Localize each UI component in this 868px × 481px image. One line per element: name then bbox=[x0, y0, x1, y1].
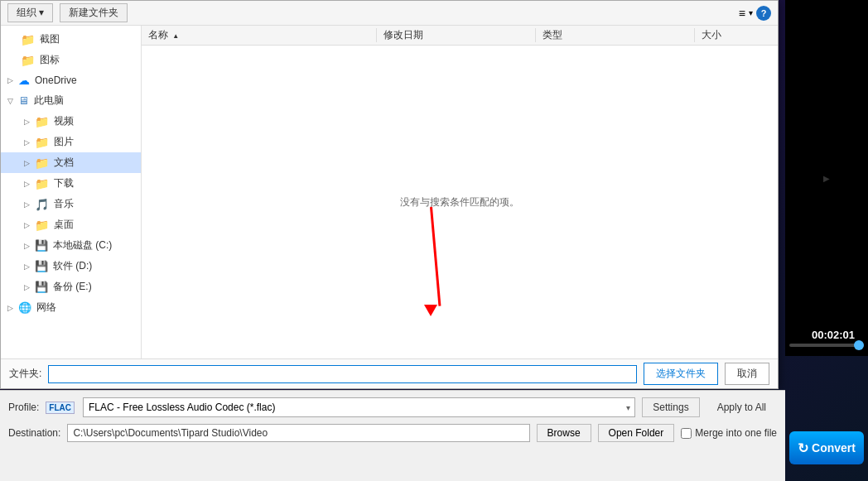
col-header-date[interactable]: 修改日期 bbox=[377, 28, 536, 42]
sidebar-item-documents[interactable]: ▷ 📁 文档 bbox=[1, 152, 141, 173]
select-folder-button[interactable]: 选择文件夹 bbox=[644, 363, 718, 385]
expand-chevron: ▷ bbox=[24, 283, 30, 291]
folder-icon: 🎵 bbox=[35, 198, 49, 211]
convert-icon: ↻ bbox=[798, 440, 808, 456]
sidebar-item-icons[interactable]: 📁 图标 bbox=[1, 50, 141, 70]
folder-icon: 📁 bbox=[35, 115, 49, 128]
dialog-main: 📁 截图 📁 图标 ▷ ☁ OneDrive ▽ 🖥 此电脑 ▷ bbox=[1, 26, 778, 358]
sidebar-item-label: 桌面 bbox=[54, 218, 74, 232]
profile-row: Profile: FLAC FLAC - Free Lossless Audio… bbox=[0, 391, 785, 421]
sidebar-item-label: 图标 bbox=[40, 53, 60, 67]
expand-chevron: ▽ bbox=[7, 97, 13, 105]
sidebar-item-label: 图片 bbox=[54, 135, 74, 149]
dialog-content: 名称 ▲ 修改日期 类型 大小 没有与搜索条件匹配的项。 bbox=[142, 26, 778, 358]
sidebar-item-label: 软件 (D:) bbox=[53, 259, 92, 273]
open-folder-button[interactable]: Open Folder bbox=[598, 424, 675, 442]
folder-icon: 📁 bbox=[35, 177, 49, 190]
apply-all-button[interactable]: Apply to All bbox=[706, 397, 777, 417]
help-icon[interactable]: ? bbox=[756, 6, 771, 21]
cloud-icon: ☁ bbox=[18, 74, 30, 87]
destination-path-input[interactable] bbox=[67, 424, 529, 442]
sidebar-item-pictures[interactable]: ▷ 📁 图片 bbox=[1, 132, 141, 152]
col-header-type[interactable]: 类型 bbox=[536, 28, 695, 42]
expand-chevron: ▷ bbox=[24, 180, 30, 188]
cancel-button[interactable]: 取消 bbox=[725, 363, 769, 385]
filename-label: 文件夹: bbox=[9, 367, 41, 381]
sidebar-item-label: 文档 bbox=[54, 156, 74, 170]
expand-chevron: ▷ bbox=[24, 242, 30, 250]
merge-checkbox[interactable] bbox=[681, 428, 692, 439]
profile-label: Profile: bbox=[8, 402, 39, 413]
sidebar-item-network[interactable]: ▷ 🌐 网络 bbox=[1, 297, 141, 318]
sidebar-item-label: 截图 bbox=[40, 32, 60, 46]
folder-icon: 📁 bbox=[21, 54, 35, 67]
new-folder-button[interactable]: 新建文件夹 bbox=[60, 3, 128, 22]
settings-button[interactable]: Settings bbox=[642, 397, 699, 417]
merge-check-wrapper: Merge into one file bbox=[681, 427, 777, 439]
drive-icon: 💾 bbox=[35, 260, 48, 272]
progress-knob[interactable] bbox=[854, 340, 864, 350]
view-toggle-icon[interactable]: ≡ bbox=[739, 7, 745, 20]
col-header-size[interactable]: 大小 bbox=[695, 28, 778, 42]
profile-select-wrapper: FLAC - Free Lossless Audio Codec (*.flac… bbox=[83, 397, 635, 417]
convert-label: Convert bbox=[812, 441, 856, 455]
content-body: 没有与搜索条件匹配的项。 bbox=[142, 46, 778, 358]
browse-button[interactable]: Browse bbox=[537, 424, 591, 442]
sidebar-item-cdrive[interactable]: ▷ 💾 本地磁盘 (C:) bbox=[1, 235, 141, 256]
sidebar-item-label: 此电脑 bbox=[34, 94, 64, 108]
sidebar-item-music[interactable]: ▷ 🎵 音乐 bbox=[1, 194, 141, 214]
drive-icon: 💾 bbox=[35, 239, 48, 252]
expand-chevron: ▷ bbox=[7, 76, 13, 84]
expand-chevron: ▷ bbox=[24, 138, 30, 147]
filename-input[interactable] bbox=[48, 365, 637, 383]
col-header-name[interactable]: 名称 ▲ bbox=[142, 28, 377, 42]
time-display: 00:02:01 bbox=[807, 327, 860, 343]
content-header: 名称 ▲ 修改日期 类型 大小 bbox=[142, 26, 778, 46]
destination-row: Destination: Browse Open Folder Merge in… bbox=[0, 421, 785, 445]
sidebar-item-label: 音乐 bbox=[54, 197, 74, 211]
network-icon: 🌐 bbox=[18, 301, 31, 314]
drive-icon: 💾 bbox=[35, 281, 48, 293]
expand-chevron: ▷ bbox=[24, 221, 30, 229]
organize-button[interactable]: 组织 ▾ bbox=[7, 3, 53, 22]
red-arrow-head bbox=[424, 305, 437, 316]
dialog-toolbar: 组织 ▾ 新建文件夹 ≡ ▾ ? bbox=[1, 1, 778, 26]
folder-icon: 📁 bbox=[21, 33, 35, 46]
sidebar-item-screenshots[interactable]: 📁 截图 bbox=[1, 29, 141, 50]
destination-label: Destination: bbox=[8, 427, 60, 439]
sidebar-item-label: 网络 bbox=[36, 301, 56, 315]
sidebar-item-videos[interactable]: ▷ 📁 视频 bbox=[1, 111, 141, 132]
sidebar-item-label: 本地磁盘 (C:) bbox=[53, 238, 112, 253]
expand-chevron: ▷ bbox=[24, 118, 30, 126]
filename-row: 文件夹: 选择文件夹 取消 bbox=[1, 358, 778, 388]
sidebar-item-label: 视频 bbox=[54, 114, 74, 128]
view-dropdown-arrow[interactable]: ▾ bbox=[749, 8, 753, 17]
dialog-sidebar: 📁 截图 📁 图标 ▷ ☁ OneDrive ▽ 🖥 此电脑 ▷ bbox=[1, 26, 142, 358]
sidebar-item-label: OneDrive bbox=[35, 75, 77, 86]
sidebar-item-ddrive[interactable]: ▷ 💾 软件 (D:) bbox=[1, 256, 141, 277]
expand-chevron: ▷ bbox=[7, 304, 13, 312]
progress-area bbox=[789, 344, 864, 352]
progress-track bbox=[789, 344, 864, 347]
sidebar-item-label: 下载 bbox=[54, 176, 74, 190]
sidebar-item-edrive[interactable]: ▷ 💾 备份 (E:) bbox=[1, 277, 141, 297]
folder-icon: 📁 bbox=[35, 156, 49, 170]
expand-chevron: ▷ bbox=[24, 159, 30, 167]
computer-icon: 🖥 bbox=[18, 94, 29, 107]
empty-message: 没有与搜索条件匹配的项。 bbox=[400, 195, 519, 209]
file-dialog: 组织 ▾ 新建文件夹 ≡ ▾ ? 📁 截图 📁 图标 ▷ ☁ bbox=[0, 0, 779, 389]
profile-format-badge: FLAC bbox=[46, 402, 75, 414]
expand-chevron: ▷ bbox=[24, 262, 30, 271]
convert-button[interactable]: ↻ Convert bbox=[789, 431, 864, 464]
merge-label: Merge into one file bbox=[695, 427, 777, 439]
sidebar-item-label: 备份 (E:) bbox=[53, 280, 92, 294]
expand-chevron: ▷ bbox=[24, 200, 30, 209]
folder-icon: 📁 bbox=[35, 219, 49, 232]
sidebar-item-downloads[interactable]: ▷ 📁 下载 bbox=[1, 173, 141, 194]
sidebar-item-thispc[interactable]: ▽ 🖥 此电脑 bbox=[1, 90, 141, 111]
video-preview: ▶ bbox=[785, 0, 868, 356]
sidebar-item-desktop[interactable]: ▷ 📁 桌面 bbox=[1, 214, 141, 235]
sidebar-item-onedrive[interactable]: ▷ ☁ OneDrive bbox=[1, 70, 141, 90]
folder-icon: 📁 bbox=[35, 136, 49, 149]
profile-select[interactable]: FLAC - Free Lossless Audio Codec (*.flac… bbox=[83, 397, 635, 417]
